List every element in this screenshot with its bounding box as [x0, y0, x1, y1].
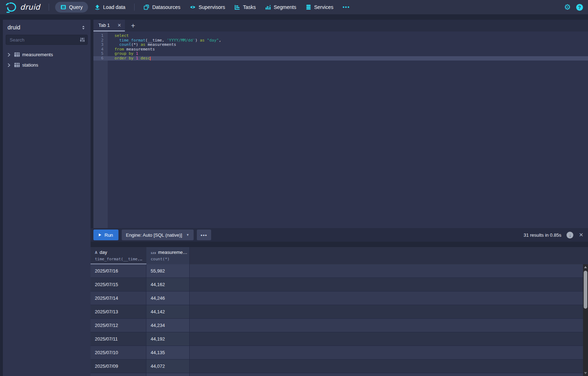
- sql-editor[interactable]: 1select2 time_format(__time, 'YYYY/MM/dd…: [93, 32, 588, 228]
- table-cell-day[interactable]: 2025/07/13: [91, 305, 146, 318]
- scroll-up-arrow-icon[interactable]: [584, 266, 587, 268]
- table-cell-measurements[interactable]: 44,234: [146, 319, 190, 332]
- nav-item-query[interactable]: Query: [55, 2, 88, 13]
- table-cell-measurements[interactable]: 44,072: [146, 360, 190, 373]
- tree-item-stations[interactable]: stations: [3, 60, 91, 70]
- code-line: 5group by 1: [93, 52, 588, 56]
- nav-label: Supervisors: [199, 4, 225, 10]
- editor-gutter: [93, 32, 108, 228]
- column-expression: count(*): [151, 257, 189, 261]
- table-icon: [14, 52, 20, 57]
- table-row: 2025/07/1344,142: [91, 305, 588, 319]
- table-cell-day[interactable]: 2025/07/11: [91, 332, 146, 346]
- chevron-right-icon[interactable]: [6, 62, 12, 68]
- column-name: measureme…: [158, 250, 188, 255]
- nav-item-tasks[interactable]: Tasks: [230, 0, 261, 14]
- table-cell-measurements[interactable]: 44,192: [146, 332, 190, 346]
- code-line: 4from measurements: [93, 47, 588, 52]
- table-row: 2025/07/1044,135: [91, 346, 588, 360]
- table-row: 2025/07/1444,246: [91, 291, 588, 305]
- eye-icon: [190, 4, 196, 10]
- more-icon: •••: [201, 232, 207, 238]
- table-cell-day[interactable]: 2025/07/15: [91, 278, 146, 291]
- search-box: [6, 35, 88, 45]
- table-cell-measurements[interactable]: [146, 373, 190, 376]
- nav-label: Segments: [274, 4, 296, 10]
- editor-lines: 1select2 time_format(__time, 'YYYY/MM/dd…: [93, 34, 588, 61]
- nav-label: Services: [314, 4, 334, 10]
- table-row: 2025/07/1244,234: [91, 319, 588, 332]
- caret-down-icon: ▼: [186, 233, 189, 237]
- play-icon: [99, 233, 101, 236]
- text-cursor: [150, 57, 151, 61]
- nav-item-load-data[interactable]: Load data: [90, 0, 130, 14]
- more-icon: •••: [342, 4, 350, 10]
- vertical-scrollbar[interactable]: [583, 264, 588, 376]
- line-number: 1: [93, 34, 108, 38]
- schema-header[interactable]: druid: [3, 20, 91, 35]
- top-navbar: druid Query Load data: [0, 0, 588, 14]
- nav-item-segments[interactable]: Segments: [261, 0, 301, 14]
- results-rows: 2025/07/1655,9822025/07/1544,1622025/07/…: [91, 264, 588, 376]
- navbar-divider: [49, 4, 49, 11]
- column-header-measurements[interactable]: 123 measureme… count(*): [146, 247, 190, 264]
- results-header: A day time_format(__time,… 123 measureme…: [91, 247, 588, 264]
- column-expression: time_format(__time,…: [95, 257, 146, 261]
- result-status: 31 results in 0.85s: [524, 232, 562, 238]
- engine-select-button[interactable]: Engine: Auto [SQL (native)] ▼: [122, 230, 194, 240]
- table-row: 2025/07/0944,072: [91, 360, 588, 373]
- nav-item-supervisors[interactable]: Supervisors: [185, 0, 230, 14]
- table-icon: [14, 62, 20, 68]
- tab-close-icon[interactable]: ✕: [117, 23, 121, 28]
- query-icon: [60, 4, 66, 10]
- schema-title: druid: [8, 24, 20, 31]
- search-input[interactable]: [6, 35, 88, 45]
- code-line: 3 count(*) as measurements: [93, 43, 588, 47]
- query-more-button[interactable]: •••: [197, 230, 211, 240]
- column-header-day[interactable]: A day time_format(__time,…: [91, 247, 146, 264]
- table-cell-measurements[interactable]: 55,982: [146, 264, 190, 278]
- close-results-icon[interactable]: ✕: [579, 232, 583, 238]
- druid-brand[interactable]: druid: [5, 2, 40, 13]
- table-row: 2025/07/1144,192: [91, 332, 588, 346]
- nav-label: Tasks: [243, 4, 256, 10]
- schema-sidebar: druid: [3, 20, 91, 376]
- run-button[interactable]: Run: [93, 230, 118, 240]
- line-number: 4: [93, 47, 108, 52]
- scroll-down-arrow-icon[interactable]: [584, 372, 587, 374]
- line-number: 3: [93, 43, 108, 47]
- tree-item-measurements[interactable]: measurements: [3, 49, 91, 60]
- scrollbar-thumb[interactable]: [584, 271, 587, 309]
- filter-sliders-icon[interactable]: [79, 37, 85, 43]
- line-number: 5: [93, 52, 108, 56]
- table-cell-day[interactable]: 2025/07/10: [91, 346, 146, 359]
- nav-item-datasources[interactable]: Datasources: [139, 0, 185, 14]
- line-number: 6: [93, 56, 108, 61]
- tab-tab1[interactable]: Tab 1 ✕: [93, 20, 125, 32]
- table-cell-measurements[interactable]: 44,135: [146, 346, 190, 359]
- nav-item-more[interactable]: •••: [338, 0, 355, 14]
- chevron-right-icon[interactable]: [6, 52, 12, 58]
- nav-label: Datasources: [152, 4, 180, 10]
- code-text: order by 1 desc: [108, 56, 151, 61]
- engine-label: Engine: Auto [SQL (native)]: [126, 232, 182, 238]
- string-type-icon: A: [95, 251, 97, 255]
- table-cell-measurements[interactable]: 44,142: [146, 305, 190, 318]
- navbar-right: ⚙ ?: [564, 4, 583, 11]
- nav-item-services[interactable]: Services: [301, 0, 338, 14]
- table-cell-day[interactable]: 2025/07/09: [91, 360, 146, 373]
- nav-label: Query: [69, 4, 83, 10]
- table-cell-day[interactable]: [91, 373, 146, 376]
- table-cell-day[interactable]: 2025/07/12: [91, 319, 146, 332]
- table-cell-day[interactable]: 2025/07/16: [91, 264, 146, 278]
- table-tree: measurements stations: [3, 49, 91, 70]
- table-cell-measurements[interactable]: 44,246: [146, 291, 190, 305]
- run-label: Run: [105, 232, 113, 238]
- table-cell-day[interactable]: 2025/07/14: [91, 291, 146, 305]
- add-tab-icon[interactable]: +: [131, 22, 135, 29]
- help-icon[interactable]: ?: [576, 4, 583, 11]
- double-caret-vertical-icon[interactable]: [81, 25, 86, 30]
- download-icon[interactable]: ↓: [567, 232, 573, 238]
- table-cell-measurements[interactable]: 44,162: [146, 278, 190, 291]
- gear-icon[interactable]: ⚙: [564, 4, 571, 11]
